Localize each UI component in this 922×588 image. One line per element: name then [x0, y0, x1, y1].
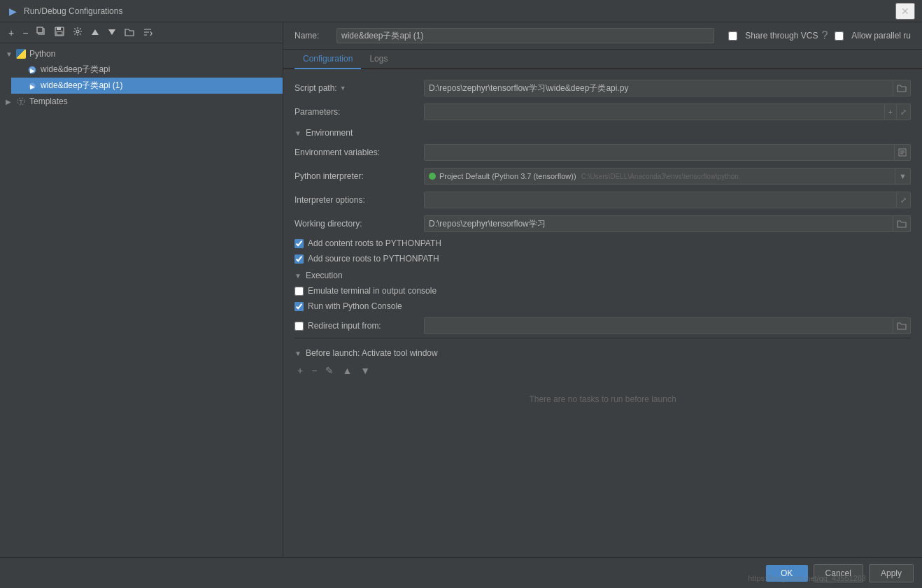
templates-icon: T [15, 96, 27, 107]
redirect-input-row: Redirect input from: [295, 314, 911, 338]
launch-remove-button[interactable]: − [308, 364, 320, 378]
folder-button[interactable] [122, 26, 137, 40]
script-path-browse-button[interactable] [893, 80, 911, 96]
launch-down-button[interactable]: ▼ [357, 364, 373, 378]
copy-button[interactable] [34, 25, 49, 40]
parameters-label: Parameters: [295, 107, 424, 117]
emulate-terminal-row: Emulate terminal in output console [295, 283, 911, 299]
remove-button[interactable]: − [20, 26, 31, 40]
redirect-input-browse-button[interactable] [893, 317, 911, 334]
tree-item-1[interactable]: ▶ wide&deep子类api [11, 62, 283, 78]
env-variables-edit-button[interactable] [895, 144, 911, 161]
apply-button[interactable]: Apply [869, 564, 914, 582]
env-variables-input-group [424, 144, 911, 161]
add-source-roots-checkbox[interactable] [295, 254, 304, 264]
name-row: Name: wide&deep子类api (1) Share through V… [283, 22, 922, 50]
header-controls: Share through VCS ? Allow parallel ru [728, 29, 911, 42]
tab-logs[interactable]: Logs [361, 50, 396, 69]
launch-toolbar: + − ✎ ▲ ▼ [295, 361, 911, 380]
run-with-console-checkbox[interactable] [295, 302, 304, 311]
env-variables-input[interactable] [424, 144, 895, 161]
add-content-roots-row: Add content roots to PYTHONPATH [295, 236, 911, 251]
parameters-plus-button[interactable]: + [885, 103, 897, 120]
interpreter-status-dot [429, 173, 436, 180]
settings-button[interactable] [70, 25, 85, 40]
parameters-input[interactable] [424, 103, 885, 120]
script-path-label: Script path: [295, 83, 337, 93]
launch-up-button[interactable]: ▲ [339, 364, 355, 378]
script-path-input[interactable]: D:\repos\zephyr\tensorflow学习\wide&deep子类… [424, 80, 893, 96]
execution-section-title: Execution [306, 271, 343, 280]
env-variables-row: Environment variables: [295, 141, 911, 164]
environment-section-header[interactable]: ▼ Environment [295, 124, 911, 141]
app-icon: ▶ [7, 6, 18, 17]
emulate-terminal-label: Emulate terminal in output console [308, 286, 437, 296]
svg-point-5 [76, 30, 79, 33]
main-container: + − [0, 22, 922, 557]
bottom-bar: OK Cancel Apply [0, 557, 922, 588]
tree-arrow-templates: ▶ [6, 98, 15, 106]
working-directory-input[interactable]: D:\repos\zephyr\tensorflow学习 [424, 215, 893, 232]
environment-arrow-icon: ▼ [295, 129, 302, 137]
svg-text:▶: ▶ [30, 67, 35, 74]
interpreter-options-row: Interpreter options: ⤢ [295, 188, 911, 212]
move-up-button[interactable] [88, 26, 102, 40]
tab-configuration[interactable]: Configuration [295, 50, 361, 69]
before-launch-section: ▼ Before launch: Activate tool window + … [295, 338, 911, 424]
add-content-roots-checkbox[interactable] [295, 239, 304, 248]
interpreter-options-input[interactable] [424, 192, 897, 208]
run-with-console-label: Run with Python Console [308, 301, 402, 311]
redirect-input-label-area: Redirect input from: [295, 321, 424, 331]
script-path-dropdown-icon[interactable]: ▼ [340, 85, 346, 92]
sort-button[interactable] [140, 26, 155, 40]
parameters-row: Parameters: + ⤢ [295, 100, 911, 124]
share-vcs-checkbox[interactable] [728, 31, 737, 41]
working-directory-label: Working directory: [295, 219, 424, 229]
tree-templates[interactable]: ▶ T Templates [0, 94, 283, 109]
env-variables-label: Environment variables: [295, 148, 424, 157]
tree-item-1-label: wide&deep子类api [41, 64, 110, 76]
window-title: Run/Debug Configurations [24, 6, 122, 16]
title-bar: ▶ Run/Debug Configurations ✕ [0, 0, 922, 22]
tree-item-2[interactable]: ▶ wide&deep子类api (1) [11, 78, 283, 94]
svg-text:▶: ▶ [30, 83, 35, 90]
execution-section-header[interactable]: ▼ Execution [295, 266, 911, 283]
share-vcs-help-icon[interactable]: ? [821, 29, 828, 42]
config-content: Script path: ▼ D:\repos\zephyr\tensorflo… [283, 69, 922, 557]
move-down-button[interactable] [105, 26, 119, 40]
redirect-input-input[interactable] [424, 317, 893, 334]
interpreter-select[interactable]: Project Default (Python 3.7 (tensorflow)… [424, 168, 895, 185]
add-button[interactable]: + [6, 26, 17, 40]
script-path-label-area: Script path: ▼ [295, 83, 424, 93]
python-group-icon [15, 48, 27, 59]
parameters-input-group: + ⤢ [424, 103, 911, 120]
before-launch-header[interactable]: ▼ Before launch: Activate tool window [295, 344, 911, 361]
tree-item-2-label: wide&deep子类api (1) [41, 80, 122, 92]
working-directory-input-group: D:\repos\zephyr\tensorflow学习 [424, 215, 911, 232]
launch-add-button[interactable]: + [295, 364, 306, 378]
allow-parallel-group: Allow parallel ru [835, 31, 911, 41]
save-button[interactable] [52, 25, 67, 40]
svg-text:T: T [19, 99, 23, 106]
parameters-expand-button[interactable]: ⤢ [897, 103, 911, 120]
svg-rect-3 [57, 27, 61, 30]
before-launch-title: Before launch: Activate tool window [306, 348, 438, 358]
redirect-input-checkbox[interactable] [295, 322, 304, 331]
python-group-label: Python [29, 49, 55, 59]
close-button[interactable]: ✕ [895, 3, 915, 20]
left-toolbar: + − [0, 22, 283, 43]
config-icon-1: ▶ [27, 64, 38, 76]
working-directory-browse-button[interactable] [893, 215, 911, 232]
templates-label: Templates [29, 96, 68, 106]
share-vcs-label: Share through VCS [745, 31, 818, 41]
allow-parallel-checkbox[interactable] [835, 31, 844, 41]
interpreter-dropdown-button[interactable]: ▼ [895, 168, 911, 185]
left-panel: + − [0, 22, 283, 557]
interpreter-text: Project Default (Python 3.7 (tensorflow)… [439, 172, 741, 180]
script-path-row: Script path: ▼ D:\repos\zephyr\tensorflo… [295, 76, 911, 100]
launch-edit-button[interactable]: ✎ [322, 364, 336, 378]
tree-python-group[interactable]: ▼ Python [0, 46, 283, 62]
emulate-terminal-checkbox[interactable] [295, 287, 304, 296]
name-input[interactable]: wide&deep子类api (1) [336, 28, 714, 43]
interpreter-options-expand-button[interactable]: ⤢ [897, 192, 911, 208]
